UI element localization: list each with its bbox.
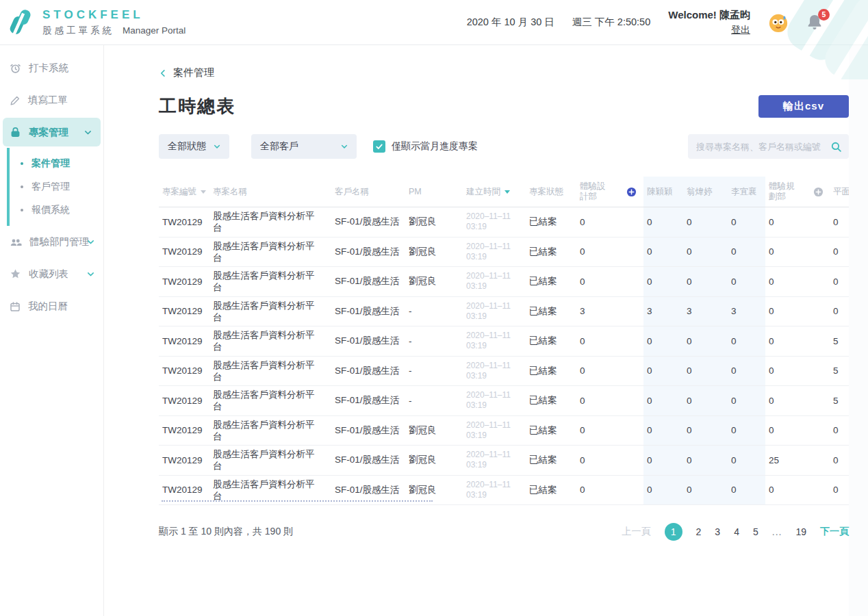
table-row[interactable]: TW20129 股感生活客戶資料分析平台 SF-01/股感生活 劉冠良 2020… bbox=[159, 238, 849, 268]
cell-experience-planning-hours: 0 bbox=[765, 386, 806, 415]
sidebar-item-punch-clock[interactable]: 打卡系統 bbox=[0, 52, 103, 84]
cell-project-status: 已結案 bbox=[526, 476, 576, 505]
table-row[interactable]: TW20129 股感生活客戶資料分析平台 SF-01/股感生活 劉冠良 2020… bbox=[159, 267, 849, 297]
pagination-page-4[interactable]: 4 bbox=[734, 526, 739, 537]
pagination-page-3[interactable]: 3 bbox=[715, 526, 720, 537]
cell-project-name: 股感生活客戶資料分析平台 bbox=[209, 416, 331, 446]
sidebar-item-experience-dept-management[interactable]: 體驗部門管理 bbox=[0, 226, 103, 258]
cell-project-id: TW20129 bbox=[159, 267, 209, 296]
column-header-project-id[interactable]: 專案編號 bbox=[159, 177, 209, 207]
logout-link[interactable]: 登出 bbox=[731, 24, 750, 36]
cell-project-name: 股感生活客戶資料分析平台 bbox=[209, 207, 331, 237]
cell-project-name: 股感生活客戶資料分析平台 bbox=[209, 446, 331, 475]
pagination-page-2[interactable]: 2 bbox=[696, 526, 702, 537]
cell-spacer bbox=[619, 238, 643, 267]
cell-member-3-hours: 3 bbox=[728, 297, 765, 326]
cell-spacer bbox=[806, 416, 830, 446]
sidebar-subitem-label: 案件管理 bbox=[31, 157, 70, 170]
current-month-checkbox[interactable] bbox=[373, 140, 385, 153]
pagination-prev[interactable]: 上一頁 bbox=[622, 526, 651, 538]
cell-created-time: 2020–11–1103:19 bbox=[463, 207, 526, 237]
cell-graphic-design-hours: 0 bbox=[830, 238, 849, 267]
cell-experience-planning-hours: 25 bbox=[765, 446, 806, 475]
cell-member-2-hours: 0 bbox=[683, 238, 728, 267]
brand-logo[interactable]: STOCKFEEL 股感工單系統 Manager Portal bbox=[10, 8, 186, 37]
pagination-page-1[interactable]: 1 bbox=[665, 523, 682, 541]
cell-member-3-hours: 0 bbox=[728, 326, 765, 356]
breadcrumb[interactable]: 案件管理 bbox=[159, 66, 849, 79]
cell-experience-planning-hours: 0 bbox=[765, 476, 806, 505]
star-icon bbox=[10, 268, 21, 280]
export-csv-button[interactable]: 輸出csv bbox=[758, 95, 849, 118]
brand-subtitle: 股感工單系統 bbox=[42, 25, 114, 37]
cell-member-1-hours: 0 bbox=[643, 446, 683, 475]
pagination-page-5[interactable]: 5 bbox=[753, 526, 758, 537]
calendar-icon bbox=[10, 301, 21, 312]
expand-experience-design-columns-button[interactable] bbox=[619, 177, 643, 207]
cell-pm: 劉冠良 bbox=[405, 446, 463, 475]
cell-pm: - bbox=[405, 357, 463, 386]
sidebar-item-project-management[interactable]: 專案管理 bbox=[3, 118, 101, 146]
cell-created-time: 2020–11–1103:19 bbox=[463, 326, 526, 356]
pagination: 上一頁 12345...19 下一頁 bbox=[622, 523, 849, 541]
cell-project-status: 已結案 bbox=[526, 297, 576, 326]
table-horizontal-scrollbar[interactable] bbox=[162, 500, 433, 502]
table-row[interactable]: TW20129 股感生活客戶資料分析平台 SF-01/股感生活 - 2020–1… bbox=[159, 386, 849, 416]
column-label: 翁煒婷 bbox=[687, 186, 713, 198]
client-filter-dropdown[interactable]: 全部客戶 bbox=[251, 134, 357, 159]
pagination-page-19[interactable]: 19 bbox=[795, 526, 806, 537]
cell-pm: 劉冠良 bbox=[405, 207, 463, 237]
table-row[interactable]: TW20129 股感生活客戶資料分析平台 SF-01/股感生活 - 2020–1… bbox=[159, 326, 849, 357]
user-avatar-emoji[interactable] bbox=[768, 12, 789, 33]
column-label: 李宜襄 bbox=[731, 186, 757, 198]
top-bar: STOCKFEEL 股感工單系統 Manager Portal 2020 年 1… bbox=[0, 0, 868, 45]
table-row[interactable]: TW20129 股感生活客戶資料分析平台 SF-01/股感生活 劉冠良 2020… bbox=[159, 416, 849, 446]
cell-project-name: 股感生活客戶資料分析平台 bbox=[209, 297, 331, 326]
cell-spacer bbox=[619, 207, 643, 237]
sidebar-subitem-quotation-system[interactable]: 報價系統 bbox=[10, 198, 103, 222]
column-label: 陳穎穎 bbox=[647, 186, 673, 198]
table-row[interactable]: TW20129 股感生活客戶資料分析平台 SF-01/股感生活 劉冠良 2020… bbox=[159, 446, 849, 476]
notifications-bell[interactable]: 5 bbox=[806, 14, 824, 31]
cell-member-1-hours: 0 bbox=[643, 326, 683, 356]
search-input[interactable] bbox=[696, 142, 830, 152]
cell-experience-design-hours: 3 bbox=[576, 297, 619, 326]
column-label: 專案名稱 bbox=[213, 186, 247, 198]
cell-experience-design-hours: 0 bbox=[576, 386, 619, 415]
cell-experience-planning-hours: 0 bbox=[765, 326, 806, 356]
table-row[interactable]: TW20129 股感生活客戶資料分析平台 SF-01/股感生活 劉冠良 2020… bbox=[159, 207, 849, 238]
table-row[interactable]: TW20129 股感生活客戶資料分析平台 SF-01/股感生活 - 2020–1… bbox=[159, 357, 849, 387]
status-filter-dropdown[interactable]: 全部狀態 bbox=[159, 134, 229, 159]
cell-client-name: SF-01/股感生活 bbox=[331, 386, 405, 415]
pagination-next[interactable]: 下一頁 bbox=[820, 526, 849, 538]
cell-created-time: 2020–11–1103:19 bbox=[463, 446, 526, 475]
sidebar-item-label: 填寫工單 bbox=[28, 94, 68, 107]
sidebar-subitem-client-management[interactable]: 客戶管理 bbox=[10, 175, 103, 198]
sidebar-item-my-calendar[interactable]: 我的日曆 bbox=[0, 290, 103, 322]
add-column-icon-blue bbox=[626, 187, 637, 197]
cell-spacer bbox=[619, 476, 643, 505]
sidebar-item-label: 體驗部門管理 bbox=[29, 235, 89, 248]
search-icon[interactable] bbox=[830, 141, 842, 153]
page-title: 工時總表 bbox=[159, 94, 235, 118]
sidebar-item-label: 打卡系統 bbox=[29, 62, 68, 75]
cell-member-2-hours: 0 bbox=[683, 326, 728, 356]
sidebar-subitem-case-management[interactable]: 案件管理 bbox=[10, 152, 103, 175]
cell-project-name: 股感生活客戶資料分析平台 bbox=[209, 238, 331, 267]
cell-spacer bbox=[619, 357, 643, 386]
pagination-bar: 顯示 1 至 10 則內容，共 190 則 上一頁 12345...19 下一頁 bbox=[159, 523, 849, 541]
cell-experience-design-hours: 0 bbox=[576, 326, 619, 356]
cell-spacer bbox=[619, 386, 643, 415]
sidebar-item-fill-work-order[interactable]: 填寫工單 bbox=[0, 84, 103, 116]
current-date: 2020 年 10 月 30 日 bbox=[467, 16, 554, 29]
expand-experience-planning-columns-button[interactable] bbox=[806, 177, 830, 207]
cell-member-2-hours: 0 bbox=[683, 446, 728, 475]
cell-project-id: TW20129 bbox=[159, 446, 209, 475]
sidebar-item-favorites-list[interactable]: 收藏列表 bbox=[0, 258, 103, 290]
table-row[interactable]: TW20129 股感生活客戶資料分析平台 SF-01/股感生活 - 2020–1… bbox=[159, 297, 849, 327]
cell-member-3-hours: 0 bbox=[728, 238, 765, 267]
chevron-down-icon bbox=[86, 238, 95, 246]
bullet-icon bbox=[21, 162, 23, 165]
column-header-created-time[interactable]: 建立時間 bbox=[463, 177, 526, 207]
pagination-ellipsis: ... bbox=[772, 526, 782, 537]
